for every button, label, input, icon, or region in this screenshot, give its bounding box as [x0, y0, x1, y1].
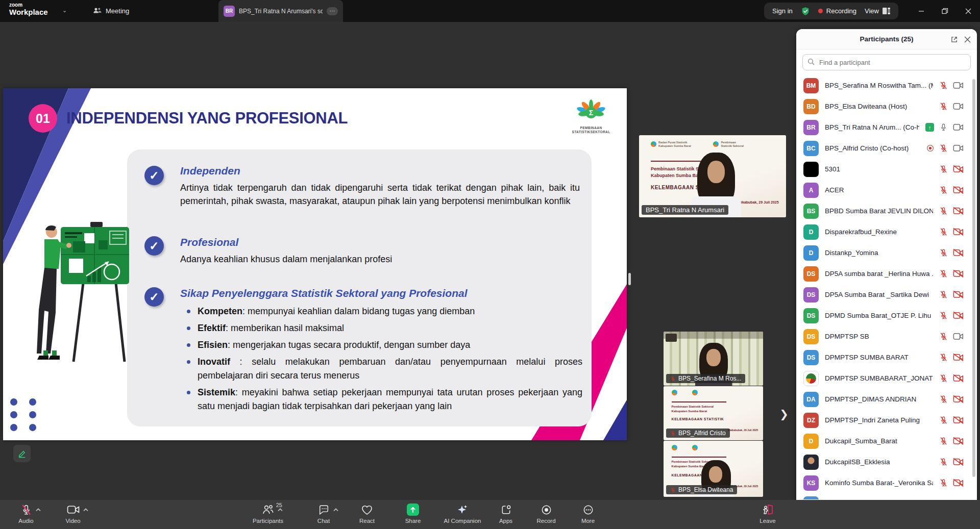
bullet-dot [187, 310, 190, 313]
bullet-item: Kompeten: mempunyai keahlian dalam bidan… [187, 305, 582, 318]
muted-mic-icon [939, 165, 948, 173]
participant-row[interactable]: BCBPS_Alfrid Cristo (Co-host) [796, 138, 977, 159]
participant-name: BPS_Elsa Dwiteana [678, 486, 733, 493]
participant-name: DP5A sumba barat _Herlina Huwa ... [825, 270, 933, 278]
muted-mic-icon [939, 228, 948, 236]
bullet-text: Sistemik: meyakini bahwa setiap pekerjaa… [198, 386, 582, 413]
camera-off-icon [953, 458, 964, 466]
muted-mic-icon [939, 395, 948, 404]
participants-list: BMBPS_Serafina M Roswitha Tam... (Me)BDB… [796, 75, 977, 499]
chevron-up-icon[interactable] [278, 505, 283, 514]
participant-row[interactable]: DDistankp_Yomina [796, 242, 977, 263]
recording-label: Recording [826, 7, 856, 15]
participants-title: Participants (25) [860, 35, 913, 43]
share-label: Share [405, 518, 421, 524]
close-button[interactable] [957, 0, 980, 22]
annotate-pencil-button[interactable] [13, 445, 31, 462]
video-tile[interactable]: Pembinaan Statistik Sektoral Kabupaten S… [664, 386, 763, 440]
bullet-item: Efektif: memberikan hasil maksimal [187, 321, 582, 335]
share-button[interactable]: Share [385, 502, 441, 524]
participant-row[interactable]: KSKominfo Sumba Barat-_Veronika Sa... [796, 472, 977, 493]
chevron-up-icon[interactable] [333, 505, 338, 514]
participant-row[interactable]: DADPMPTSP_DIMAS ANDRIAN [796, 389, 977, 410]
participant-avatar [803, 371, 819, 386]
participant-avatar: BM [803, 78, 819, 93]
check-icon: ✓ [144, 287, 164, 307]
restore-button[interactable] [933, 0, 957, 22]
recording-indicator: Recording [818, 7, 856, 15]
participant-row[interactable]: DSDP5A sumba barat _Herlina Huwa ... [796, 263, 977, 284]
video-tile-active-speaker[interactable]: Badan Pusat Statistik Kabupaten Sumba Ba… [639, 135, 786, 217]
participant-avatar: BC [803, 141, 819, 156]
recording-dot-icon [818, 9, 823, 13]
more-button[interactable]: More [560, 502, 616, 524]
meeting-tab-label: Meeting [106, 7, 129, 15]
chevron-up-icon[interactable] [36, 505, 41, 514]
thumbnails-next-chevron-icon[interactable]: ❯ [777, 407, 791, 421]
section2-body: Adanya keahlian khusus dalam menjalankan… [180, 253, 580, 266]
tab-meeting[interactable]: Meeting [86, 0, 136, 22]
participant-row[interactable]: AACER [796, 180, 977, 200]
slide-title: INDEPENDENSI YANG PROFESIONAL [66, 109, 348, 128]
participant-name: Kominfo Sumba Barat-_Veronika Sa... [825, 479, 933, 487]
participant-row[interactable]: DSDP5A Sumba Barat _Sartika Dewi [796, 284, 977, 305]
video-button[interactable]: Video [45, 502, 101, 524]
workspace-chevron-down-icon[interactable]: ⌄ [62, 7, 67, 14]
tab-shared-screen[interactable]: BR BPS_Tri Ratna N Arumsari's screen ⋯ [218, 0, 343, 22]
participant-name: DPMD Sumba Barat_OTJE P. Lihu [825, 312, 933, 319]
view-button[interactable]: View [865, 7, 890, 15]
participant-row[interactable]: DPMPTSP SUMBABARAT_JONATHA... [796, 368, 977, 389]
ai-label: AI Companion [444, 518, 481, 524]
zoom-workplace-logo[interactable]: zoom Workplace [9, 3, 48, 16]
pembinaan-logo-icon [713, 141, 719, 147]
leave-button[interactable]: Leave [740, 502, 796, 524]
participant-avatar: BD [803, 99, 819, 114]
bullet-item: Efisien: mengerjakan tugas secara produk… [187, 338, 582, 352]
participant-row[interactable]: DSDPMD Sumba Barat_OTJE P. Lihu [796, 305, 977, 326]
participant-row[interactable]: BSBPBD Sumba Barat JEVLIN DILON [796, 200, 977, 221]
participant-row[interactable] [796, 493, 977, 499]
video-name-label: BPS_Elsa Dwiteana [666, 485, 737, 494]
thumbnails-resize-handle[interactable] [628, 273, 631, 285]
camera-on-icon [953, 123, 964, 132]
check-icon: ✓ [144, 236, 164, 256]
share-tab-more-icon[interactable]: ⋯ [327, 7, 338, 15]
participant-name: Dukcapil_Sumba_Barat [825, 437, 933, 445]
participant-row[interactable]: 5301 [796, 159, 977, 180]
logo-flower-icon: Σ [572, 97, 610, 124]
participant-row[interactable]: DSDPMPTSP SB [796, 326, 977, 347]
participant-row[interactable]: BDBPS_Elsa Dwiteana (Host) [796, 96, 977, 117]
participant-row[interactable]: DZDPMPTSP_Indri Zaneta Puling [796, 410, 977, 431]
svg-text:Σ: Σ [589, 109, 593, 117]
search-input[interactable] [802, 54, 971, 70]
participant-row[interactable]: BMBPS_Serafina M Roswitha Tam... (Me) [796, 75, 977, 96]
check-icon: ✓ [144, 166, 164, 185]
scrollbar-thumb[interactable] [972, 79, 975, 477]
react-icon [361, 504, 373, 515]
muted-mic-icon [939, 458, 948, 466]
close-panel-icon[interactable] [964, 36, 971, 43]
video-tile[interactable]: BPS_Serafina M Ros... [664, 332, 763, 386]
camera-off-icon [953, 374, 964, 383]
participant-name: BPS_Alfrid Cristo (Co-host) [825, 144, 920, 152]
sign-in-button[interactable]: Sign in [772, 7, 793, 15]
participant-name: BPS_Tri Ratna N Arum... (Co-host) [825, 123, 919, 131]
meeting-toolbar: AudioVideo25ParticipantsChatReactShareAI… [0, 500, 980, 529]
video-tile[interactable]: Pembinaan Statistik Sektoral Kabupaten S… [664, 441, 763, 497]
participant-row[interactable]: BRBPS_Tri Ratna N Arum... (Co-host)↑ [796, 117, 977, 138]
bg-org2-text: Pembinaan Statistik Sektoral [721, 141, 744, 147]
camera-off-icon [953, 228, 964, 236]
ai-icon [456, 503, 469, 516]
participant-row[interactable]: DSDPMPTSP SUMBA BARAT [796, 347, 977, 368]
section1-body: Artinya tidak terpengaruh dan tidak dipe… [180, 181, 580, 208]
participants-button[interactable]: 25Participants [240, 502, 296, 524]
chevron-up-icon[interactable] [83, 505, 88, 514]
participant-row[interactable]: DukcapilSB_Ekklesia [796, 451, 977, 472]
camera-off-icon [953, 290, 964, 299]
minimize-button[interactable] [910, 0, 933, 22]
mic-on-icon [939, 123, 948, 132]
participant-search [796, 49, 977, 75]
participant-row[interactable]: DDukcapil_Sumba_Barat [796, 431, 977, 451]
participant-row[interactable]: DDisparekrafbud_Rexine [796, 221, 977, 242]
popout-icon[interactable] [950, 36, 958, 43]
